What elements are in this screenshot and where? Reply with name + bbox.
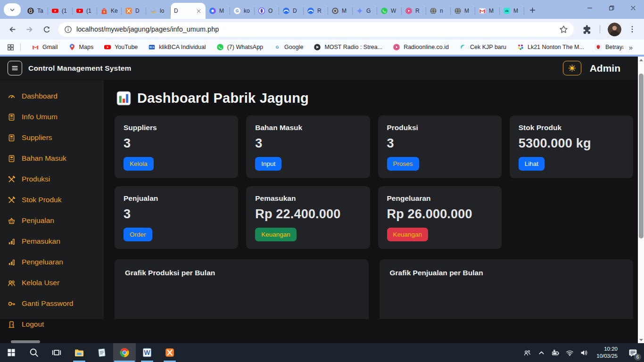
card-action-button[interactable]: Proses [387, 157, 419, 171]
sidebar-item-label: Penjualan [22, 216, 54, 225]
back-button[interactable] [5, 22, 20, 37]
sidebar-item[interactable]: Logout [0, 314, 104, 335]
bookmark-star-icon[interactable] [559, 25, 568, 34]
bookmark-item[interactable]: (7) WhatsApp [211, 41, 268, 53]
taskbar-app[interactable] [113, 343, 136, 362]
browser-tab[interactable]: M [328, 3, 353, 19]
card-action-button[interactable]: Lihat [519, 157, 545, 171]
phpmyadmin-icon [149, 7, 157, 15]
minimize-button[interactable] [579, 0, 601, 16]
header-right: Admin [563, 61, 636, 75]
browser-tab[interactable]: (1 [48, 3, 73, 19]
sidebar-item[interactable]: Dashboard [0, 86, 104, 107]
restore-button[interactable] [601, 0, 622, 16]
sidebar-item[interactable]: Produksi [0, 169, 104, 189]
theme-toggle-button[interactable] [563, 61, 581, 75]
taskbar-app[interactable] [136, 343, 158, 362]
reload-icon [42, 25, 50, 33]
bookmark-item[interactable]: Lk21 Nonton The M... [512, 41, 589, 53]
tray-icon[interactable] [548, 343, 562, 362]
bookmark-item[interactable]: Gmail [26, 41, 63, 53]
sidebar-item[interactable]: Bahan Masuk [0, 148, 104, 169]
tray-icon[interactable] [577, 343, 591, 362]
browser-tab[interactable]: (1 [73, 3, 97, 19]
sidebar-item-label: Ganti Password [22, 299, 73, 308]
tray-icon[interactable] [562, 343, 577, 362]
tray-icon[interactable] [534, 343, 548, 362]
browser-tab[interactable]: G [353, 3, 377, 19]
clock-time: 10:20 [596, 346, 618, 353]
bookmark-item[interactable]: Radioonline.co.id [388, 41, 454, 53]
chevron-down-icon [9, 7, 16, 13]
tab-close-icon[interactable] [195, 7, 202, 15]
browser-tab[interactable]: W [377, 3, 402, 19]
profile-avatar[interactable] [608, 23, 621, 36]
browser-tab[interactable]: D [171, 3, 206, 19]
card-action-button[interactable]: Input [255, 157, 281, 171]
browser-menu-icon[interactable] [628, 25, 636, 33]
reload-button[interactable] [39, 22, 54, 37]
browser-tab[interactable]: ko [230, 3, 255, 19]
action-center-button[interactable]: 6 [623, 343, 642, 362]
bookmarks-overflow-chevron[interactable]: » [624, 43, 637, 51]
apps-grid-icon[interactable] [7, 43, 15, 51]
browser-tab[interactable]: Ke [97, 3, 122, 19]
taskbar-clock[interactable]: 10:20 10/03/25 [593, 346, 621, 360]
browser-tab[interactable]: M [500, 3, 524, 19]
bookmark-item[interactable]: Betrayal (2023) Stre... [589, 41, 623, 53]
bookmark-item[interactable]: Google [268, 41, 308, 53]
sidebar-item[interactable]: Pengeluaran [0, 252, 104, 272]
sidebar-item[interactable]: Ganti Password [0, 293, 104, 314]
browser-tab[interactable]: Ta [24, 3, 48, 19]
extensions-icon[interactable] [582, 25, 592, 34]
menu-icon [11, 64, 19, 72]
bookmark-item[interactable]: MOST Radio : Strea... [308, 41, 388, 53]
taskbar-app[interactable] [0, 343, 23, 362]
youtube-icon [76, 7, 83, 15]
sidebar-item[interactable]: Suppliers [0, 127, 104, 148]
bookmark-item[interactable]: Cek KJP baru [454, 41, 512, 53]
card-action-button[interactable]: Keuangan [387, 228, 429, 241]
address-bar[interactable]: localhost/myweb/jagung/pages/info_umum.p… [58, 22, 574, 37]
card-action-button[interactable]: Kelola [124, 157, 154, 171]
taskbar-app[interactable] [45, 343, 68, 362]
scroll-down-button[interactable] [638, 337, 644, 343]
sidebar-item[interactable]: Pemasukan [0, 231, 104, 252]
vertical-scrollbar-thumb[interactable] [639, 74, 644, 239]
site-info-icon[interactable] [64, 25, 72, 33]
browser-tab[interactable]: n [426, 3, 451, 19]
browser-tab[interactable]: lo [146, 3, 171, 19]
url-text[interactable]: localhost/myweb/jagung/pages/info_umum.p… [76, 25, 555, 33]
chart-title: Grafik Penjualan per Bulan [390, 269, 623, 277]
browser-tab[interactable]: R [304, 3, 328, 19]
tray-icon[interactable] [520, 343, 534, 362]
browser-tab[interactable]: D [122, 3, 146, 19]
tab-search-button[interactable] [4, 3, 21, 16]
card-action-button[interactable]: Order [124, 228, 152, 241]
user-label[interactable]: Admin [590, 63, 620, 74]
browser-tab[interactable]: M [451, 3, 475, 19]
taskbar-app[interactable] [158, 343, 181, 362]
taskbar-app[interactable] [91, 343, 113, 362]
close-button[interactable] [622, 0, 644, 16]
bookmark-item[interactable]: klikBCA Individual [143, 41, 211, 53]
taskbar-app[interactable] [23, 343, 45, 362]
taskbar-app[interactable] [68, 343, 91, 362]
sidebar-item[interactable]: Kelola User [0, 272, 104, 293]
sidebar-toggle-button[interactable] [8, 61, 22, 75]
bookmark-item[interactable]: Maps [63, 41, 99, 53]
sidebar-item[interactable]: Penjualan [0, 210, 104, 231]
vertical-scrollbar[interactable] [638, 57, 644, 343]
new-tab-button[interactable] [525, 3, 539, 17]
scroll-up-button[interactable] [638, 57, 644, 63]
sidebar-item[interactable]: Info Umum [0, 107, 104, 127]
browser-tab[interactable]: O [255, 3, 279, 19]
browser-tab[interactable]: M [206, 3, 230, 19]
browser-tab[interactable]: D [279, 3, 304, 19]
bookmark-item[interactable]: YouTube [99, 41, 143, 53]
forward-button[interactable] [22, 22, 37, 37]
browser-tab[interactable]: M [475, 3, 500, 19]
browser-tab[interactable]: R [402, 3, 426, 19]
sidebar-item[interactable]: Stok Produk [0, 189, 104, 210]
card-action-button[interactable]: Keuangan [255, 228, 297, 241]
